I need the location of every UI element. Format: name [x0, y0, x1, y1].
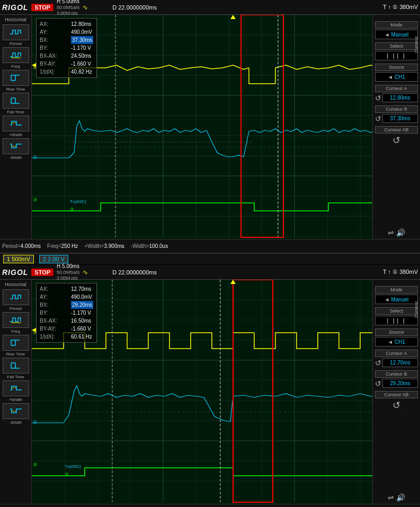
fall-label-2: Fall Time — [7, 375, 24, 379]
ay-label-2: AY: — [40, 293, 69, 301]
freq-label-1: 1/|dX|: — [40, 68, 69, 76]
select-value-2[interactable]: | | | | — [375, 316, 418, 325]
freq-val-1: 40.82 Hz — [71, 68, 92, 76]
svg-text:③: ③ — [33, 462, 37, 467]
byay-label-1: BY-AY: — [40, 60, 69, 68]
horizontal-label-1: Horizontal — [5, 17, 26, 22]
nwidth-val-1: 100.0us — [149, 243, 168, 249]
ay-label-1: AY: — [40, 28, 69, 36]
stop-button-2[interactable]: STOP — [31, 269, 53, 276]
bxax-val-2: 16.50ms — [71, 317, 91, 325]
nwidth-btn-1[interactable] — [3, 138, 29, 154]
mode-title-1: Mode — [375, 21, 418, 29]
nwidth-btn-2[interactable] — [3, 403, 29, 419]
ay-val-1: 490.0mV — [71, 28, 92, 36]
svg-text:Tx(ASC): Tx(ASC) — [65, 464, 81, 469]
mode-section-1: Mode ◄ Manuel — [375, 21, 418, 39]
rise-btn-2[interactable] — [3, 335, 29, 351]
select-value-1[interactable]: | | | | — [375, 51, 418, 60]
cursor-a-icon-2: ↺ — [375, 359, 381, 367]
trigger-info-2: T ↑ ① 380mV — [383, 269, 418, 275]
pwidth-btn-1[interactable] — [3, 115, 29, 131]
cursor-b-icon-2: ↺ — [375, 379, 381, 388]
cursor-b-title-2: Curseur B — [375, 370, 418, 378]
cursor-a-value-2: 12.70ms — [382, 358, 418, 367]
bx-val-2: 29.20ms — [71, 301, 93, 309]
rise-label-2: Rise Time — [6, 352, 25, 357]
cursor-a-section-2: Curseur A ↺ 12.70ms — [375, 350, 418, 367]
main-area-2: Horizontal Period Freq — [0, 280, 420, 504]
speaker-icon-1: 🔊 — [396, 228, 405, 237]
cursor-b-section-1: Curseur B ↺ 37.30ms — [375, 105, 418, 123]
mode-arrow-2: ◄ — [385, 297, 390, 303]
period-label-2: Period — [10, 306, 22, 311]
source-value-1[interactable]: ◄ CH1 — [375, 72, 418, 82]
bottom-icons-2: ⇌ 🔊 — [388, 493, 405, 502]
pwidth-val-1: 3.900ms — [104, 243, 124, 249]
mode-arrow-1: ◄ — [385, 32, 390, 38]
source-ch-2: CH1 — [395, 339, 405, 345]
period-btn-2[interactable] — [3, 289, 29, 305]
mode-section-2: Mode ◄ Manuel — [375, 286, 418, 304]
svg-text:③: ③ — [33, 197, 37, 202]
sample-rate-1: 50.0MSa/s — [57, 5, 79, 11]
bxax-val-1: 24.50ms — [71, 52, 91, 60]
fall-btn-1[interactable] — [3, 93, 29, 109]
waveform-area-1: ① ② ③ Tx(ASC) ③ AX: 12.80ms AY: 490.0mV — [32, 15, 372, 239]
mode-value-1: ◄ Manuel — [375, 30, 418, 39]
cursor-ab-section-2: Curseur AB ↺ — [375, 391, 418, 411]
freq-label-2: Freq — [11, 329, 20, 334]
bx-label-2: BX: — [40, 301, 69, 309]
pwidth-btn-2[interactable] — [3, 380, 29, 396]
select-lines-1: | | — [387, 53, 396, 59]
source-title-2: Source — [375, 328, 418, 336]
bxax-label-2: BX-AX: — [40, 317, 69, 325]
svg-text:Tx(ASC): Tx(ASC) — [70, 199, 86, 204]
ch2-badge-1: 2 2.00 V — [39, 255, 68, 263]
freq-btn-2[interactable] — [3, 312, 29, 328]
delay-info-2: D 22.0000000ms — [112, 269, 157, 275]
by-val-2: -1.170 V — [71, 309, 91, 317]
bottom-meas-1: Period=4.000ms Freq=250 Hz +Width=3.900m… — [0, 239, 420, 253]
main-area-1: Horizontal Period Freq — [0, 15, 420, 239]
by-label-1: BY: — [40, 44, 69, 52]
cursor-ab-icon-1: ↺ — [392, 135, 400, 146]
usb-icon-1: ⇌ — [388, 228, 394, 237]
top-bar-1: RIGOL STOP H 5.00ms 50.0MSa/s 3.00M pts … — [0, 0, 420, 15]
rise-btn-1[interactable] — [3, 70, 29, 86]
timebase-value-2: H 5.00ms — [57, 263, 79, 270]
by-label-2: BY: — [40, 309, 69, 317]
sample-rate-2: 50.0MSa/s — [57, 270, 79, 275]
svg-text:②: ② — [33, 420, 37, 425]
stop-button-1[interactable]: STOP — [31, 4, 53, 11]
trigger-info-1: T ↑ ① 380mV — [383, 4, 418, 11]
select-lines-2: | | — [387, 318, 396, 324]
freq-btn-1[interactable] — [3, 47, 29, 63]
fall-btn-2[interactable] — [3, 358, 29, 373]
source-arrow-1: ◄ — [388, 74, 393, 80]
waveform-area-2: ① ② ③ Tx(ASC) ③ AX: 12.70ms AY: 490.0mV … — [32, 280, 372, 504]
cursor-a-title-1: Curseur A — [375, 85, 418, 92]
byay-val-2: -1.660 V — [71, 325, 91, 333]
mode-text-1: Manuel — [391, 32, 409, 38]
byay-label-2: BY-AY: — [40, 325, 69, 333]
freq-label-1: Freq — [11, 64, 20, 69]
freq-meas-1: Freq=250 Hz — [47, 243, 78, 249]
source-value-2[interactable]: ◄ CH1 — [375, 337, 418, 346]
period-btn-1[interactable] — [3, 24, 29, 40]
cursor-b-value-1: 37.30ms — [382, 114, 418, 123]
timebase-info-1: H 5.00ms 50.0MSa/s 3.00M pts — [57, 0, 79, 16]
source-section-1: Source ◄ CH1 — [375, 64, 418, 82]
bxax-label-1: BX-AX: — [40, 52, 69, 60]
cursor-a-title-2: Curseur A — [375, 350, 418, 357]
select-section-1: Select | | | | — [375, 42, 418, 60]
select-title-1: Select — [375, 42, 418, 50]
svg-text:②: ② — [33, 155, 37, 160]
ax-val-2: 12.70ms — [71, 285, 91, 293]
select-lines2-1: | | — [397, 53, 406, 59]
cursor-a-value-1: 12.80ms — [382, 93, 418, 102]
svg-text:③: ③ — [65, 472, 68, 477]
cursor-a-section-1: Curseur A ↺ 12.80ms — [375, 85, 418, 102]
ax-label-1: AX: — [40, 20, 69, 28]
measurements-box-1: AX: 12.80ms AY: 490.0mV BX: 37.30ms BY: … — [36, 18, 97, 78]
